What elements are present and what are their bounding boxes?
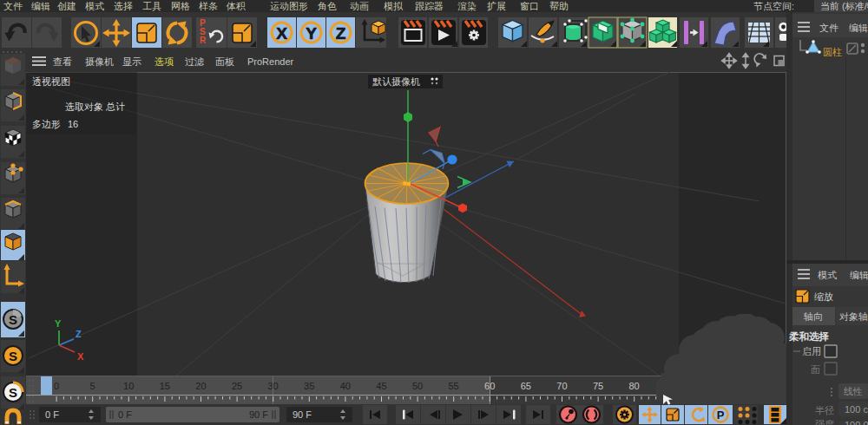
svg-text:80: 80 [628,381,639,391]
svg-text:R: R [200,36,207,45]
svg-text:S: S [9,385,17,400]
svg-text:轴向: 轴向 [803,311,823,322]
svg-text:40: 40 [340,381,351,391]
svg-text:16: 16 [68,119,78,129]
svg-text:X: X [276,24,287,42]
svg-text:编辑: 编辑 [850,270,868,280]
svg-text:20: 20 [195,381,206,391]
svg-text:文件: 文件 [819,23,838,33]
svg-text:S: S [9,349,17,363]
svg-text:75: 75 [593,381,603,391]
svg-text:线性: 线性 [844,386,863,396]
svg-text:编辑: 编辑 [849,23,868,33]
svg-text:15: 15 [160,381,170,391]
svg-text:模式: 模式 [818,270,837,280]
svg-text:45: 45 [376,381,386,391]
svg-text:柔和选择: 柔和选择 [788,330,830,342]
svg-text:50: 50 [412,381,423,391]
svg-text:多边形: 多边形 [32,119,61,129]
svg-text:Z: Z [76,329,82,339]
svg-text:Y: Y [55,318,62,329]
svg-text:默认摄像机: 默认摄像机 [372,76,420,87]
svg-text:半径: 半径 [815,405,834,415]
svg-text:面: 面 [811,364,820,375]
svg-text:0 F: 0 F [118,409,132,420]
svg-text:启用: 启用 [802,346,821,356]
svg-text:55: 55 [448,381,458,391]
svg-text:缩放: 缩放 [814,291,833,302]
svg-text:0: 0 [54,381,59,391]
svg-text:Y: Y [306,24,317,42]
svg-text:强度: 强度 [815,419,834,425]
svg-text:90 F: 90 F [293,409,312,420]
svg-text:0 F: 0 F [45,409,59,420]
svg-text:65: 65 [521,381,531,391]
svg-text:对象轴: 对象轴 [839,311,868,322]
svg-text:100.0: 100.0 [845,420,868,425]
svg-text:X: X [77,351,84,362]
svg-text:选取对象 总计: 选取对象 总计 [65,101,125,112]
svg-text:透视视图: 透视视图 [32,76,70,87]
svg-text:圆柱: 圆柱 [823,47,842,57]
svg-text:90 F: 90 F [249,409,268,420]
svg-text:5: 5 [90,381,95,391]
svg-text:35: 35 [304,381,314,391]
svg-text:70: 70 [556,381,567,391]
svg-text:100 c: 100 c [845,404,868,415]
svg-text:Z: Z [336,24,346,42]
svg-text:25: 25 [232,381,242,391]
svg-text:10: 10 [123,381,134,391]
svg-text:S: S [9,312,17,327]
